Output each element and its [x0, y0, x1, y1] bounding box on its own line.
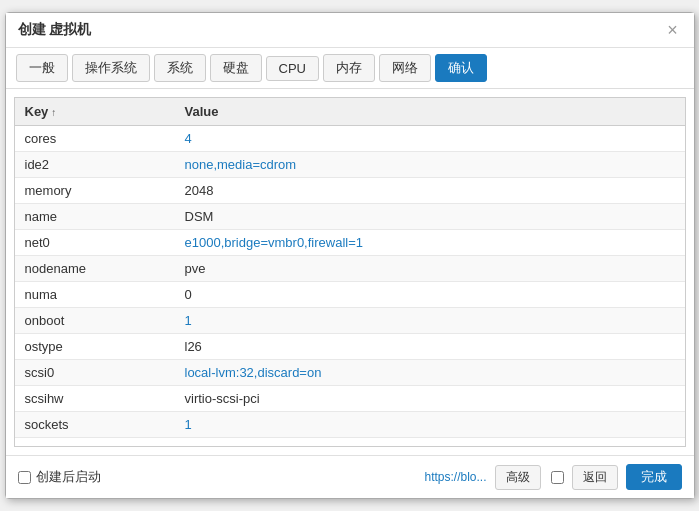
cell-key: net0 — [15, 230, 175, 256]
cell-value: l26 — [175, 334, 685, 360]
cell-value: 1 — [175, 412, 685, 438]
cell-key: numa — [15, 282, 175, 308]
col-header-key: Key↑ — [15, 98, 175, 126]
cell-key: sockets — [15, 412, 175, 438]
summary-table-container[interactable]: Key↑ Value cores4ide2none,media=cdrommem… — [14, 97, 686, 447]
autostart-checkbox-row: 创建后启动 — [18, 468, 101, 486]
cell-value: pve — [175, 256, 685, 282]
cell-key: memory — [15, 178, 175, 204]
tab-cpu[interactable]: CPU — [266, 56, 319, 81]
summary-table: Key↑ Value cores4ide2none,media=cdrommem… — [15, 98, 685, 447]
footer-actions: https://blo... 高级 返回 完成 — [424, 464, 681, 490]
tab-confirm[interactable]: 确认 — [435, 54, 487, 82]
table-row: vmid101 — [15, 438, 685, 448]
cell-key: name — [15, 204, 175, 230]
cell-value: 101 — [175, 438, 685, 448]
cell-value: local-lvm:32,discard=on — [175, 360, 685, 386]
cell-value: none,media=cdrom — [175, 152, 685, 178]
footer-link[interactable]: https://blo... — [424, 470, 486, 484]
table-row: onboot1 — [15, 308, 685, 334]
cell-value: 4 — [175, 126, 685, 152]
table-row: scsi0local-lvm:32,discard=on — [15, 360, 685, 386]
tab-system[interactable]: 系统 — [154, 54, 206, 82]
cell-value: 0 — [175, 282, 685, 308]
cell-key: vmid — [15, 438, 175, 448]
create-vm-dialog: 创建 虚拟机 × 一般操作系统系统硬盘CPU内存网络确认 Key↑ Value … — [5, 12, 695, 499]
tab-general[interactable]: 一般 — [16, 54, 68, 82]
close-button[interactable]: × — [664, 21, 682, 39]
titlebar: 创建 虚拟机 × — [6, 13, 694, 48]
cell-key: ide2 — [15, 152, 175, 178]
tabs-bar: 一般操作系统系统硬盘CPU内存网络确认 — [6, 48, 694, 89]
autostart-label: 创建后启动 — [36, 468, 101, 486]
cell-key: onboot — [15, 308, 175, 334]
tab-network[interactable]: 网络 — [379, 54, 431, 82]
cell-key: cores — [15, 126, 175, 152]
table-row: sockets1 — [15, 412, 685, 438]
table-row: ide2none,media=cdrom — [15, 152, 685, 178]
cell-key: scsi0 — [15, 360, 175, 386]
cell-value: 1 — [175, 308, 685, 334]
back-button[interactable]: 返回 — [572, 465, 618, 490]
advanced-checkbox[interactable] — [551, 471, 564, 484]
table-row: ostypel26 — [15, 334, 685, 360]
col-header-value: Value — [175, 98, 685, 126]
table-row: cores4 — [15, 126, 685, 152]
cell-key: scsihw — [15, 386, 175, 412]
tab-disk[interactable]: 硬盘 — [210, 54, 262, 82]
dialog-body: Key↑ Value cores4ide2none,media=cdrommem… — [6, 89, 694, 455]
tab-memory[interactable]: 内存 — [323, 54, 375, 82]
cell-value: 2048 — [175, 178, 685, 204]
finish-button[interactable]: 完成 — [626, 464, 682, 490]
cell-value: DSM — [175, 204, 685, 230]
table-row: nameDSM — [15, 204, 685, 230]
autostart-checkbox[interactable] — [18, 471, 31, 484]
cell-key: ostype — [15, 334, 175, 360]
table-row: numa0 — [15, 282, 685, 308]
dialog-footer: 创建后启动 https://blo... 高级 返回 完成 — [6, 455, 694, 498]
cell-value: e1000,bridge=vmbr0,firewall=1 — [175, 230, 685, 256]
cell-value: virtio-scsi-pci — [175, 386, 685, 412]
advanced-button[interactable]: 高级 — [495, 465, 541, 490]
tab-os[interactable]: 操作系统 — [72, 54, 150, 82]
cell-key: nodename — [15, 256, 175, 282]
table-row: scsihwvirtio-scsi-pci — [15, 386, 685, 412]
table-row: memory2048 — [15, 178, 685, 204]
table-row: nodenamepve — [15, 256, 685, 282]
dialog-title: 创建 虚拟机 — [18, 21, 92, 39]
table-row: net0e1000,bridge=vmbr0,firewall=1 — [15, 230, 685, 256]
